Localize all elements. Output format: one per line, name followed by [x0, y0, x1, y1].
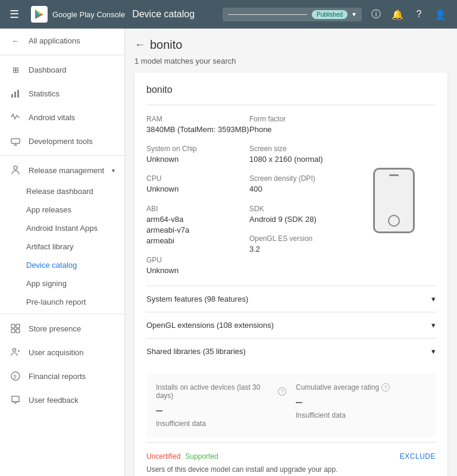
svg-rect-9	[11, 329, 15, 333]
sidebar-item-all-apps[interactable]: ← All applications	[0, 29, 124, 52]
form-factor-value: Phone	[249, 124, 352, 135]
installs-stat: Installs on active devices (last 30 days…	[156, 383, 286, 428]
financial-reports-icon: $	[10, 370, 21, 382]
sidebar-item-dashboard[interactable]: ⊞ Dashboard	[0, 58, 124, 82]
installs-info-icon[interactable]: ?	[278, 387, 286, 396]
sidebar-label-artifact-library: Artifact library	[26, 242, 73, 251]
screen-density-value: 400	[249, 184, 352, 195]
shared-libraries-row[interactable]: Shared libraries (35 libraries) ▾	[146, 338, 436, 364]
sdk-label: SDK	[249, 205, 352, 213]
svg-rect-8	[16, 324, 20, 328]
installs-label: Installs on active devices (last 30 days…	[156, 383, 276, 400]
sidebar-label-dashboard: Dashboard	[29, 65, 67, 74]
system-chip-value: Unknown	[146, 154, 249, 165]
sidebar-label-pre-launch: Pre-launch report	[26, 298, 86, 306]
svg-rect-7	[11, 324, 15, 328]
form-factor-label: Form factor	[249, 115, 352, 123]
sidebar-item-financial-reports[interactable]: $ Financial reports	[0, 364, 124, 388]
app-selector[interactable]: ───────────────── Published ▾	[223, 8, 362, 21]
sidebar-label-release-mgmt: Release management	[29, 166, 104, 175]
search-result-info: 1 model matches your search	[134, 57, 447, 65]
sidebar-item-user-feedback[interactable]: User feedback	[0, 388, 124, 412]
dashboard-icon: ⊞	[10, 64, 21, 76]
sidebar-item-app-signing[interactable]: App signing	[0, 274, 124, 293]
sidebar-item-dev-tools[interactable]: Development tools	[0, 129, 124, 153]
tag-uncertified[interactable]: Uncertified	[146, 452, 180, 461]
install-stats-section: Installs on active devices (last 30 days…	[146, 374, 436, 437]
ram-label: RAM	[146, 115, 249, 123]
help-icon[interactable]: ?	[412, 7, 426, 21]
svg-rect-3	[11, 139, 20, 143]
system-features-label: System features (98 features)	[146, 295, 248, 303]
sidebar: ← All applications ⊞ Dashboard Statistic…	[0, 29, 125, 476]
sidebar-label-device-catalog: Device catalog	[26, 261, 77, 270]
spec-sdk: SDK Android 9 (SDK 28)	[249, 205, 352, 225]
user-icon[interactable]: 👤	[433, 7, 447, 21]
sidebar-item-statistics[interactable]: Statistics	[0, 82, 124, 105]
dev-tools-icon	[10, 135, 21, 147]
system-features-chevron: ▾	[431, 295, 436, 303]
sidebar-item-device-catalog[interactable]: Device catalog	[0, 256, 124, 274]
spec-screen-size: Screen size 1080 x 2160 (normal)	[249, 145, 352, 165]
installs-note: Insufficient data	[156, 419, 286, 428]
opengl-label: OpenGL ES version	[249, 234, 352, 243]
tag-supported[interactable]: Supported	[185, 452, 218, 461]
footer-actions: Uncertified Supported EXCLUDE	[146, 442, 436, 465]
svg-point-6	[14, 166, 17, 170]
sidebar-item-store-presence[interactable]: Store presence	[0, 317, 124, 340]
hamburger-menu[interactable]: ☰	[10, 8, 19, 21]
user-acquisition-icon	[10, 346, 21, 358]
opengl-value: 3.2	[249, 244, 352, 255]
sidebar-item-app-releases[interactable]: App releases	[0, 201, 124, 219]
back-icon: ←	[10, 35, 21, 46]
sidebar-item-android-instant[interactable]: Android Instant Apps	[0, 219, 124, 237]
statistics-icon	[10, 87, 21, 99]
user-feedback-icon	[10, 394, 21, 406]
page-title: Device catalog	[132, 9, 215, 20]
published-badge: Published	[312, 10, 348, 19]
svg-rect-10	[16, 329, 20, 333]
sidebar-item-pre-launch[interactable]: Pre-launch report	[0, 293, 124, 311]
installs-label-row: Installs on active devices (last 30 days…	[156, 383, 286, 400]
vitals-icon	[10, 111, 21, 123]
sidebar-label-release-dashboard: Release dashboard	[26, 187, 93, 196]
rating-label: Cumulative average rating	[296, 383, 379, 392]
system-features-row[interactable]: System features (98 features) ▾	[146, 286, 436, 312]
sidebar-label-store-presence: Store presence	[29, 324, 81, 333]
svg-rect-0	[11, 94, 13, 98]
status-tags: Uncertified Supported	[146, 452, 218, 461]
svg-text:$: $	[14, 374, 17, 380]
sidebar-item-release-mgmt[interactable]: Release management ▾	[0, 158, 124, 182]
sidebar-item-user-acquisition[interactable]: User acquisition	[0, 340, 124, 364]
info-icon[interactable]: ⓘ	[369, 7, 383, 21]
rating-info-icon[interactable]: ?	[381, 383, 390, 392]
device-specs-grid: RAM 3840MB (TotalMem: 3593MB) System on …	[146, 115, 436, 286]
cpu-value: Unknown	[146, 184, 249, 195]
device-name-heading: bonito	[150, 38, 183, 52]
screen-size-value: 1080 x 2160 (normal)	[249, 154, 352, 165]
app-name: ─────────────────	[228, 11, 308, 18]
device-card: bonito RAM 3840MB (TotalMem: 3593MB) Sys…	[134, 73, 447, 476]
back-arrow-icon[interactable]: ←	[134, 39, 145, 51]
sidebar-item-artifact-library[interactable]: Artifact library	[0, 237, 124, 256]
sidebar-item-android-vitals[interactable]: Android vitals	[0, 105, 124, 129]
abi-label: ABI	[146, 205, 249, 213]
sidebar-item-release-dashboard[interactable]: Release dashboard	[0, 182, 124, 201]
exclude-button[interactable]: EXCLUDE	[400, 452, 436, 461]
release-mgmt-chevron: ▾	[112, 167, 115, 174]
rating-stat: Cumulative average rating ? – Insufficie…	[296, 383, 426, 428]
sidebar-label-user-feedback: User feedback	[29, 396, 79, 405]
spec-abi: ABI arm64-v8a armeabi-v7a armeabi	[146, 205, 249, 247]
spec-form-factor: Form factor Phone	[249, 115, 352, 135]
release-mgmt-icon	[10, 164, 21, 176]
opengl-extensions-row[interactable]: OpenGL extensions (108 extensions) ▾	[146, 312, 436, 338]
google-play-logo	[31, 6, 48, 23]
sidebar-label-user-acquisition: User acquisition	[29, 348, 84, 357]
gpu-label: GPU	[146, 256, 249, 264]
sidebar-label-android-vitals: Android vitals	[29, 113, 75, 122]
bell-icon[interactable]: 🔔	[390, 7, 405, 21]
back-row[interactable]: ← bonito	[134, 38, 447, 52]
sidebar-label-all-apps: All applications	[29, 36, 80, 45]
specs-col-1: RAM 3840MB (TotalMem: 3593MB) System on …	[146, 115, 249, 286]
system-chip-label: System on Chip	[146, 145, 249, 153]
